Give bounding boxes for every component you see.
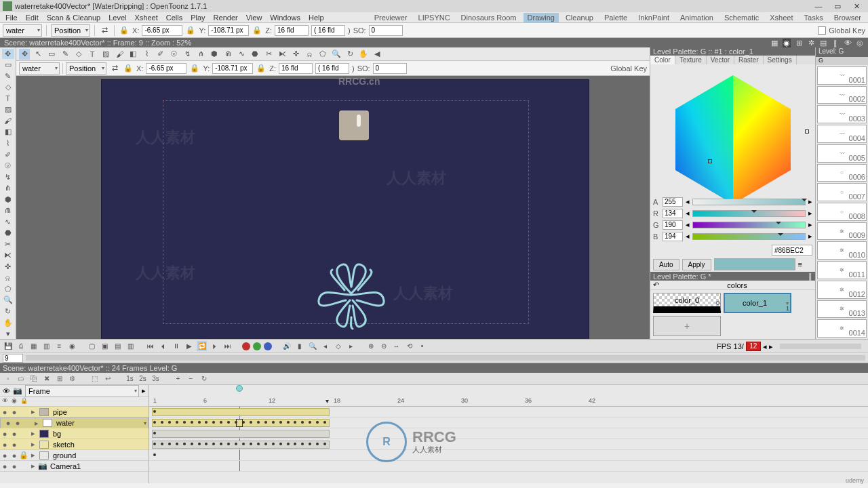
tab-raster[interactable]: Raster <box>734 56 763 64</box>
menu-xsheet[interactable]: Xsheet <box>132 14 161 22</box>
layer-preview-icon[interactable]: ● <box>9 462 19 470</box>
opt-bender-icon[interactable]: ∿ <box>236 49 247 60</box>
hex-input[interactable] <box>772 245 812 256</box>
pb-boxc-icon[interactable]: ▤ <box>113 341 123 351</box>
current-cell[interactable] <box>236 419 243 427</box>
tool-rgbpicker[interactable]: ⦾ <box>2 161 14 171</box>
opt-back-icon[interactable]: ◀ <box>372 49 382 60</box>
pos-z2-input[interactable] <box>315 63 349 74</box>
pos-z-input[interactable] <box>279 63 313 74</box>
alpha-right-icon[interactable]: ▸ <box>808 197 812 206</box>
room-palette[interactable]: Palette <box>600 13 631 22</box>
tool-collapse[interactable]: ▾ <box>2 329 14 339</box>
level-thumb[interactable]: 〰0003 <box>817 105 867 123</box>
style-chip-0[interactable]: color_00 <box>653 293 721 313</box>
opt-hand-icon[interactable]: ✋ <box>358 49 369 60</box>
b-slider[interactable] <box>692 233 806 240</box>
tool-controlpoint[interactable]: ↯ <box>2 172 14 182</box>
pb-right-icon[interactable]: ▸ <box>346 341 356 351</box>
pb-sound-icon[interactable]: 🔊 <box>281 341 292 351</box>
pb-hist-icon[interactable]: ≡ <box>54 341 64 351</box>
layer-chevron-icon[interactable]: ▸ <box>32 419 41 428</box>
mode-select[interactable]: Position <box>51 24 90 37</box>
keyframe[interactable] <box>153 410 156 413</box>
opt-cutter-icon[interactable]: ✂ <box>263 49 274 60</box>
tool-type[interactable]: T <box>2 94 14 104</box>
opt-eraser-icon[interactable]: ◧ <box>127 49 138 60</box>
menu-play[interactable]: Play <box>188 14 208 22</box>
pos-locky-icon[interactable]: 🔒 <box>189 63 200 74</box>
pb-play-icon[interactable]: ▶ <box>184 341 194 351</box>
x-input[interactable] <box>142 25 182 36</box>
keyframe[interactable] <box>198 421 201 424</box>
palette-back-icon[interactable]: ↶ <box>653 281 659 289</box>
vh-bg-icon[interactable]: ▤ <box>819 39 827 47</box>
layer-eye-icon[interactable]: ● <box>3 419 13 427</box>
target-select[interactable]: water <box>3 24 42 37</box>
tool-hand[interactable]: ✋ <box>2 318 14 328</box>
menu-cells[interactable]: Cells <box>163 14 185 22</box>
menu-scan[interactable]: Scan & Cleanup <box>44 14 104 22</box>
layer-chevron-icon[interactable]: ▸ <box>28 451 38 460</box>
pb-rec-icon[interactable]: ◉ <box>67 341 77 351</box>
level-thumb[interactable]: ✲0014 <box>817 319 867 338</box>
keyframe[interactable] <box>153 453 156 456</box>
keyframe[interactable] <box>257 421 260 424</box>
lock-z-icon[interactable]: 🔒 <box>252 25 262 36</box>
current-frame-input[interactable] <box>3 354 23 363</box>
vh-safearea-icon[interactable]: ◉ <box>783 39 791 47</box>
pos-so-input[interactable] <box>373 63 407 74</box>
pos-lockx-icon[interactable]: 🔒 <box>123 63 134 74</box>
tool-animate[interactable]: ✥ <box>2 49 14 59</box>
keyframe[interactable] <box>287 421 290 424</box>
layer-eye-icon[interactable]: ● <box>0 462 9 470</box>
pos-target-select[interactable]: water <box>19 62 60 75</box>
level-thumb[interactable]: 〰0004 <box>817 125 867 143</box>
keyframe[interactable] <box>183 443 186 445</box>
z-input[interactable] <box>275 25 309 36</box>
tool-pinch[interactable]: ⋔ <box>2 183 14 193</box>
pb-boxd-icon[interactable]: ▥ <box>125 341 136 351</box>
tool-brush[interactable]: ✎ <box>2 71 14 81</box>
xs-eye-icon[interactable]: 👁 <box>3 387 10 395</box>
xs-dup-icon[interactable]: ⿻ <box>28 373 39 384</box>
vh-3d-icon[interactable]: ◎ <box>856 39 864 47</box>
xs-reload-icon[interactable]: ↻ <box>199 373 209 384</box>
room-previewer[interactable]: Previewer <box>370 13 412 22</box>
tool-paintbrush[interactable]: 🖌 <box>2 116 14 126</box>
vh-grid-icon[interactable]: ✲ <box>807 39 815 47</box>
opt-tape-icon[interactable]: ⌇ <box>141 49 152 60</box>
opt-pump-icon[interactable]: ⬢ <box>209 49 220 60</box>
pipe-object[interactable] <box>339 110 369 140</box>
room-xsheet[interactable]: Xsheet <box>766 13 797 22</box>
xs-3s[interactable]: 3s <box>151 373 161 384</box>
viewport[interactable]: 人人素材 人人素材 人人素材 人人素材 RRCG.cn <box>16 76 650 339</box>
r-slider[interactable] <box>692 210 806 217</box>
r-input[interactable] <box>663 209 683 218</box>
level-thumb[interactable]: ✲0013 <box>817 300 867 319</box>
global-key-checkbox[interactable] <box>818 26 826 35</box>
g-input[interactable] <box>663 220 683 230</box>
pb-magnify-icon[interactable]: 🔍 <box>307 341 317 351</box>
pb-loop-icon[interactable]: 🔁 <box>197 341 207 351</box>
keyframe[interactable] <box>153 421 156 424</box>
pb-last-icon[interactable]: ⏭ <box>222 341 233 351</box>
xs-frame-select[interactable]: Frame <box>25 385 139 397</box>
xs-next-icon[interactable]: ▸ <box>142 386 146 395</box>
layer-row[interactable]: ●●▸water <box>0 418 149 428</box>
keyframe[interactable] <box>250 421 252 424</box>
opt-brush-icon[interactable]: ✎ <box>60 49 71 60</box>
room-inknpaint[interactable]: InknPaint <box>634 13 673 22</box>
xs-keyadd-icon[interactable]: + <box>173 373 183 384</box>
col-cam-icon[interactable]: ◉ <box>9 397 19 406</box>
menu-edit[interactable]: Edit <box>23 14 41 22</box>
xs-del-icon[interactable]: ✖ <box>41 373 52 384</box>
col-lock-icon[interactable]: 🔒 <box>19 397 28 406</box>
layer-row[interactable]: ●●▸bg <box>0 428 149 439</box>
xs-2s[interactable]: 2s <box>138 373 148 384</box>
clip-strip[interactable] <box>152 408 330 416</box>
level-thumb[interactable]: ✲0010 <box>817 241 867 260</box>
vh-cammask-icon[interactable]: ▦ <box>770 39 778 47</box>
layer-row[interactable]: ●●▸📷Camera1 <box>0 461 149 472</box>
opt-fill-icon[interactable]: ▨ <box>100 49 111 60</box>
